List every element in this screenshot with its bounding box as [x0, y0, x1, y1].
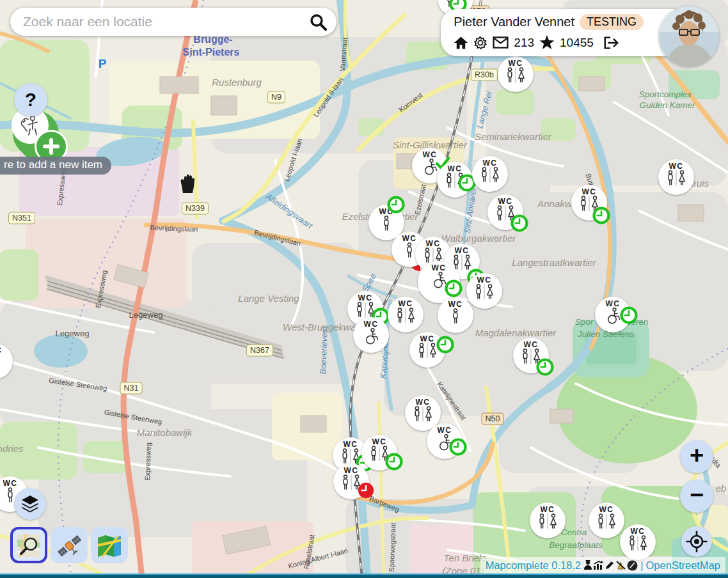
- background-chooser: [10, 527, 128, 563]
- opening-hours-badge: [357, 481, 375, 502]
- map-marker-toilet-man-woman[interactable]: WC: [589, 503, 624, 538]
- map-label: Gulden Kamer: [639, 100, 695, 110]
- avatar[interactable]: [659, 6, 719, 66]
- attribution-bar: Mapcomplete 0.18.2: [480, 557, 725, 574]
- home-icon[interactable]: [454, 36, 468, 50]
- map-overlay-layer: Brugge-Sint-PietersRustenburgSportcomple…: [0, 0, 728, 578]
- map-marker-toilet-man-woman[interactable]: WC: [658, 159, 694, 195]
- map-marker-toilet-man-woman[interactable]: WC: [498, 56, 534, 92]
- map-marker-toilet-woman[interactable]: WC: [0, 343, 13, 379]
- messages-count: 213: [514, 36, 534, 50]
- search-icon[interactable]: [308, 12, 328, 31]
- license-icon[interactable]: [615, 560, 626, 570]
- map-label: Afleidingsvaart: [264, 191, 314, 230]
- help-button[interactable]: ?: [14, 83, 47, 116]
- map-label: Gistelse Steenweg: [104, 408, 162, 426]
- layers-button[interactable]: [14, 488, 46, 520]
- layers-icon: [20, 494, 40, 514]
- road-ref-badge: N351: [8, 212, 35, 224]
- openstreetmap-link[interactable]: OpenStreetMap: [646, 559, 720, 572]
- map-label: Begraafplaats: [549, 540, 602, 550]
- opening-hours-badge: [386, 195, 406, 217]
- star-icon[interactable]: [539, 35, 555, 50]
- messages-icon[interactable]: [493, 36, 509, 49]
- map-label: Manitobawijk: [137, 427, 193, 438]
- parking-icon: P: [99, 57, 107, 71]
- logout-icon[interactable]: [603, 36, 619, 50]
- road-ref-badge: N9: [267, 91, 285, 104]
- map-label: Ezelstraat: [413, 184, 427, 215]
- map-marker-toilet-man-woman[interactable]: WC: [571, 185, 607, 221]
- map-label: Rijselstraat: [302, 534, 315, 570]
- map-label: Bevrijdingslaan: [253, 228, 301, 247]
- attribution-separator: |: [640, 559, 643, 572]
- location-search-bar: [10, 8, 336, 36]
- map-label: Rustenburg: [212, 77, 262, 88]
- map-marker-toilet-man-woman[interactable]: WC: [530, 503, 566, 538]
- opening-hours-badge: [592, 206, 611, 228]
- map-label: Lange Rei: [475, 90, 494, 129]
- map-label: Boeverievest: [318, 326, 329, 375]
- contributors-icon[interactable]: [583, 560, 592, 570]
- attribution-icons: [583, 560, 638, 571]
- zoom-in-button[interactable]: +: [680, 440, 713, 473]
- map-label: eb: [716, 483, 727, 494]
- map-marker-toilet-man-woman[interactable]: WC: [409, 332, 445, 368]
- user-name: Pieter Vander Vennet: [454, 15, 574, 29]
- map-label: Gistelse Steenweg: [49, 377, 107, 393]
- map-label: Magdalenakwartier: [475, 327, 557, 338]
- map-label: Spee: [360, 272, 378, 293]
- map-label: Legeweg: [129, 310, 163, 320]
- geolocate-button[interactable]: [681, 526, 712, 557]
- map-marker-toilet-wheelchair[interactable]: WC: [427, 423, 463, 459]
- map-label: ndries: [0, 443, 23, 454]
- map-marker-toilet-man-woman[interactable]: WC: [513, 338, 549, 373]
- map-label: Spoorwegstraat: [388, 522, 397, 572]
- map-marker-toilet-man-woman[interactable]: WC: [437, 162, 473, 198]
- map-marker-toilet-wheelchair[interactable]: WC: [353, 317, 389, 353]
- map-label: Walburgakwartier: [441, 233, 516, 244]
- folded-map-icon: [96, 533, 123, 558]
- map-marker-toilet-man-woman[interactable]: WC: [487, 194, 523, 230]
- map-marker-toilet-man-woman[interactable]: WC: [472, 156, 508, 192]
- testing-badge: TESTING: [580, 14, 644, 30]
- statistics-icon[interactable]: [593, 560, 604, 570]
- road-ref-badge: R30b: [471, 69, 498, 81]
- opening-hours-badge: [510, 214, 529, 235]
- map-marker-toilet-wheelchair[interactable]: WC: [595, 297, 631, 332]
- search-input[interactable]: [22, 13, 308, 30]
- theme-folded-map-button[interactable]: [91, 527, 128, 563]
- road-ref-badge: N367: [246, 345, 273, 357]
- opening-hours-badge: [384, 452, 404, 474]
- map-label: Expressweg: [143, 442, 152, 481]
- road-ref-badge: N31: [120, 382, 143, 394]
- gear-icon[interactable]: [473, 36, 487, 50]
- mapcomplete-app: Brugge-Sint-PietersRustenburgSportcomple…: [0, 0, 728, 578]
- theme-osm-map-button[interactable]: [10, 527, 47, 563]
- map-marker-toilet-man-woman[interactable]: WC: [333, 464, 369, 499]
- mapcomplete-version-link[interactable]: Mapcomplete 0.18.2: [486, 559, 582, 572]
- map-marker-toilet-man-woman[interactable]: WC: [466, 273, 502, 309]
- map-label: Koning Albert I-laan: [287, 547, 349, 570]
- map-label: Expressweg: [94, 269, 108, 308]
- satellite-icon: [56, 532, 83, 559]
- map-label: Leopold I-laan: [283, 137, 304, 182]
- opening-hours-badge: [535, 357, 555, 379]
- map-label: Legeweg: [56, 329, 90, 338]
- bottom-edge-strip: [0, 574, 728, 578]
- crosshair-icon: [686, 531, 708, 552]
- map-label: Vaartstraat: [338, 37, 349, 72]
- zoom-out-button[interactable]: −: [680, 480, 713, 513]
- edit-icon[interactable]: [605, 560, 615, 570]
- map-marker-toilet-man-woman[interactable]: WC: [388, 297, 423, 332]
- map-marker-toilet-man-woman[interactable]: WC: [620, 524, 656, 560]
- map-label: Leopold II-laan: [312, 76, 345, 119]
- opening-hours-badge: [436, 335, 455, 357]
- theme-satellite-button[interactable]: [51, 527, 88, 563]
- osm-logo-icon[interactable]: [627, 560, 638, 571]
- osm-map-magnifier-icon: [16, 533, 42, 558]
- opening-hours-badge: [448, 437, 468, 459]
- map-label: Sint-Pieters: [183, 47, 240, 58]
- add-item-tooltip: re to add a new item: [0, 157, 111, 175]
- user-box[interactable]: Pieter Vander Vennet TESTING 213 10: [441, 9, 688, 56]
